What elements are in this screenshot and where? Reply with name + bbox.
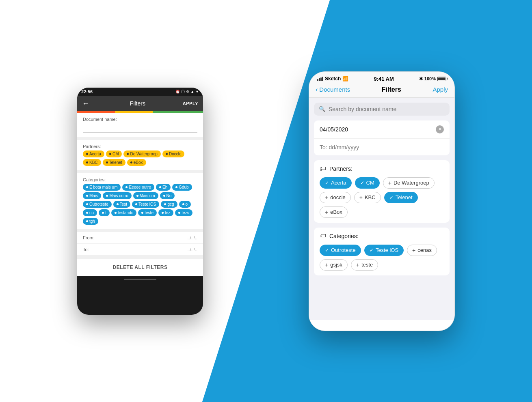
ios-cat-testeios[interactable]: ✓ Teste iOS: [364, 245, 404, 256]
android-date-section: From: ../../.. To: ../../..: [77, 232, 203, 256]
android-cat-tez[interactable]: tez: [158, 209, 173, 216]
ios-cat-outroteste[interactable]: ✓ Outroteste: [320, 245, 361, 256]
ios-partner-doccle[interactable]: + doccle: [320, 192, 351, 203]
ios-back-button[interactable]: ‹ Documents: [316, 86, 350, 93]
ios-categories-card: 🏷 Categories: ✓ Outroteste ✓ Teste iOS +…: [314, 228, 450, 275]
ios-cat-gsjsk-label: gsjsk: [330, 262, 342, 268]
android-tag-acerta[interactable]: Acerta: [83, 150, 104, 157]
ios-header: ‹ Documents Filters Apply: [309, 84, 454, 98]
android-tag-cm[interactable]: CM: [106, 150, 122, 157]
ios-partner-acerta[interactable]: ✓ Acerta: [320, 177, 352, 189]
ios-cat-teste[interactable]: + teste: [351, 259, 378, 271]
ios-partner-ebox[interactable]: + eBox: [320, 206, 348, 218]
ios-date-card: ✕: [314, 120, 450, 155]
ios-partner-acerta-label: Acerta: [331, 180, 346, 186]
android-document-label: Document name:: [83, 117, 197, 122]
ios-check-telenet-icon: ✓: [389, 195, 394, 200]
ios-cat-cenas-label: cenas: [417, 247, 432, 253]
android-cat-mais[interactable]: Mais: [83, 192, 101, 199]
ios-partner-cm-label: CM: [366, 180, 374, 186]
android-cat-ou[interactable]: ou: [83, 209, 97, 216]
android-document-input[interactable]: [83, 123, 197, 133]
android-header: ← Filters APPLY: [77, 96, 203, 111]
ios-clear-date-button[interactable]: ✕: [436, 125, 444, 133]
ios-plus-teste-icon: +: [356, 262, 359, 268]
android-cat-tezs[interactable]: tezs: [175, 209, 192, 216]
android-document-section: Document name:: [77, 113, 203, 137]
ios-cat-testeios-label: Teste iOS: [376, 247, 398, 253]
android-cat-no[interactable]: No: [160, 192, 175, 199]
ios-from-date-input[interactable]: [320, 126, 436, 133]
android-cat-t[interactable]: t: [99, 209, 110, 216]
android-status-bar: 22:56 ⏰ ⓘ ⚙ ▲ ▼: [77, 88, 203, 96]
ios-to-date-row: [314, 139, 450, 155]
android-cat-eh[interactable]: Eh: [156, 184, 171, 191]
android-partners-tags: Acerta CM De Watergroep Doccle KBC Telen…: [83, 150, 197, 166]
android-categories-label: Categories:: [83, 177, 197, 182]
android-settings-icon: ⚙: [186, 90, 189, 94]
android-cat-teste[interactable]: teste: [138, 209, 157, 216]
ios-apply-button[interactable]: Apply: [433, 86, 448, 93]
ios-body: 🔍 ✕ 🏷 Partners:: [309, 98, 454, 320]
android-alarm-icon: ⏰: [175, 90, 180, 94]
ios-signal-icon: [317, 77, 323, 81]
ios-partners-header: 🏷 Partners:: [320, 165, 444, 172]
ios-carrier-label: Sketch: [325, 76, 341, 82]
android-status-icons: ⏰ ⓘ ⚙ ▲ ▼: [175, 89, 199, 95]
android-delete-button[interactable]: DELETE ALL FILTERS: [77, 259, 203, 276]
ios-partners-card: 🏷 Partners: ✓ Acerta ✓ CM + De Watergroe…: [314, 160, 450, 223]
ios-status-bar: Sketch 📶 9:41 AM ✱ 100%: [309, 72, 454, 84]
ios-from-date-row: ✕: [314, 120, 450, 139]
ios-partner-telenet[interactable]: ✓ Telenet: [384, 192, 418, 203]
android-partners-label: Partners:: [83, 144, 197, 149]
android-tag-doccle[interactable]: Doccle: [162, 150, 185, 157]
android-cat-eeeee[interactable]: Eeeee outro: [122, 184, 154, 191]
ios-bluetooth-icon: ✱: [419, 76, 423, 82]
android-cat-maisoutro[interactable]: Mais outro: [103, 192, 132, 199]
android-cat-maisum[interactable]: Mais um: [133, 192, 158, 199]
android-from-value: ../../..: [188, 235, 197, 240]
ios-categories-label: Categories:: [329, 233, 359, 239]
ios-tag-label-icon: 🏷: [320, 165, 326, 172]
ios-cat-cenas[interactable]: + cenas: [407, 245, 437, 256]
ios-cat-teste-label: teste: [361, 262, 373, 268]
android-tag-ebox[interactable]: eBox: [127, 159, 146, 166]
android-cat-testeios[interactable]: Teste iOS: [132, 201, 159, 208]
android-categories-section: Categories: E bota mais um Eeeee outro E…: [77, 173, 203, 229]
android-cat-ebota[interactable]: E bota mais um: [83, 184, 121, 191]
ios-battery-fill: [438, 77, 445, 80]
ios-to-date-input[interactable]: [320, 144, 444, 150]
ios-check-outroteste-icon: ✓: [325, 247, 329, 253]
android-body: Document name: Partners: Acerta CM De Wa…: [77, 113, 203, 276]
ios-partner-kbc[interactable]: + KBC: [354, 192, 381, 203]
android-cat-testando[interactable]: testando: [111, 209, 136, 216]
ios-cat-label-icon: 🏷: [320, 232, 326, 240]
ios-chevron-left-icon: ‹: [316, 86, 318, 93]
ios-search-input[interactable]: [329, 106, 445, 112]
android-tag-kbc[interactable]: KBC: [83, 159, 101, 166]
android-tag-telenet[interactable]: Telenet: [103, 159, 125, 166]
ios-check-acerta-icon: ✓: [325, 180, 329, 186]
ios-partner-ebox-label: eBox: [330, 209, 342, 215]
android-apply-button[interactable]: APPLY: [183, 101, 198, 106]
android-cat-outroteste[interactable]: Outroteste: [83, 201, 112, 208]
ios-search-container: 🔍: [314, 103, 450, 116]
ios-battery-icon: [437, 77, 446, 81]
android-cat-o[interactable]: o: [179, 201, 191, 208]
android-cat-gcg[interactable]: gcg: [161, 201, 177, 208]
android-tag-dewatergroep[interactable]: De Watergroep: [123, 150, 160, 157]
ios-cat-outroteste-label: Outroteste: [331, 247, 356, 253]
ios-partners-label: Partners:: [329, 166, 353, 172]
ios-partner-dewatergroep[interactable]: + De Watergroep: [383, 177, 435, 189]
ios-partner-cm[interactable]: ✓ CM: [355, 177, 380, 189]
ios-categories-header: 🏷 Categories:: [320, 232, 444, 240]
ios-battery-label: 100%: [424, 76, 436, 81]
android-cat-gdub[interactable]: Gdub: [172, 184, 192, 191]
android-categories-tags: E bota mais um Eeeee outro Eh Gdub Mais …: [83, 184, 197, 225]
android-cat-test[interactable]: Test: [113, 201, 130, 208]
ios-back-label[interactable]: Documents: [319, 86, 350, 93]
ios-cat-gsjsk[interactable]: + gsjsk: [320, 259, 348, 271]
android-phone: 22:56 ⏰ ⓘ ⚙ ▲ ▼ ← Filters APPLY Document…: [77, 88, 203, 315]
android-cat-tgh[interactable]: tgh: [83, 218, 98, 225]
android-back-button[interactable]: ←: [82, 99, 89, 108]
